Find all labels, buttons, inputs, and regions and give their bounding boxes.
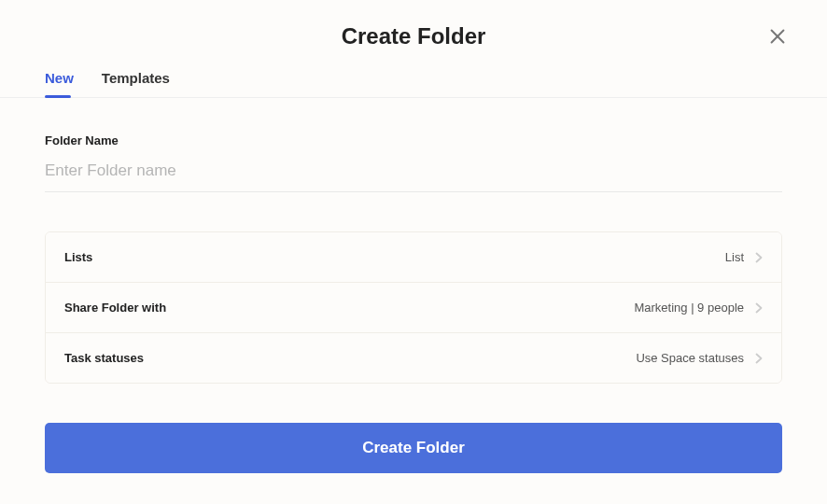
settings-row-statuses[interactable]: Task statuses Use Space statuses xyxy=(46,333,781,383)
chevron-right-icon xyxy=(755,353,763,364)
folder-name-label: Folder Name xyxy=(45,133,782,147)
settings-row-right: Use Space statuses xyxy=(636,351,763,365)
chevron-right-icon xyxy=(755,252,763,263)
create-folder-button[interactable]: Create Folder xyxy=(45,423,782,473)
settings-row-share[interactable]: Share Folder with Marketing | 9 people xyxy=(46,283,781,333)
tab-templates[interactable]: Templates xyxy=(102,70,170,97)
folder-name-input[interactable] xyxy=(45,161,782,192)
settings-statuses-label: Task statuses xyxy=(64,351,144,365)
settings-lists-label: Lists xyxy=(64,250,92,264)
tab-new[interactable]: New xyxy=(45,70,74,97)
settings-row-right: List xyxy=(725,250,763,264)
settings-share-label: Share Folder with xyxy=(64,301,166,315)
tabs: New Templates xyxy=(0,49,827,98)
settings-row-lists[interactable]: Lists List xyxy=(46,232,781,283)
modal-header: Create Folder xyxy=(0,0,827,49)
chevron-right-icon xyxy=(755,302,763,314)
close-button[interactable] xyxy=(767,26,788,50)
submit-area: Create Folder xyxy=(0,384,827,473)
settings-list: Lists List Share Folder with Marketing |… xyxy=(45,231,782,384)
settings-row-right: Marketing | 9 people xyxy=(634,301,763,315)
settings-share-value: Marketing | 9 people xyxy=(634,301,744,315)
settings-statuses-value: Use Space statuses xyxy=(636,351,744,365)
modal-title: Create Folder xyxy=(0,23,827,49)
form-content: Folder Name Lists List Share Folder with… xyxy=(0,98,827,384)
settings-lists-value: List xyxy=(725,250,744,264)
close-icon xyxy=(767,34,788,49)
